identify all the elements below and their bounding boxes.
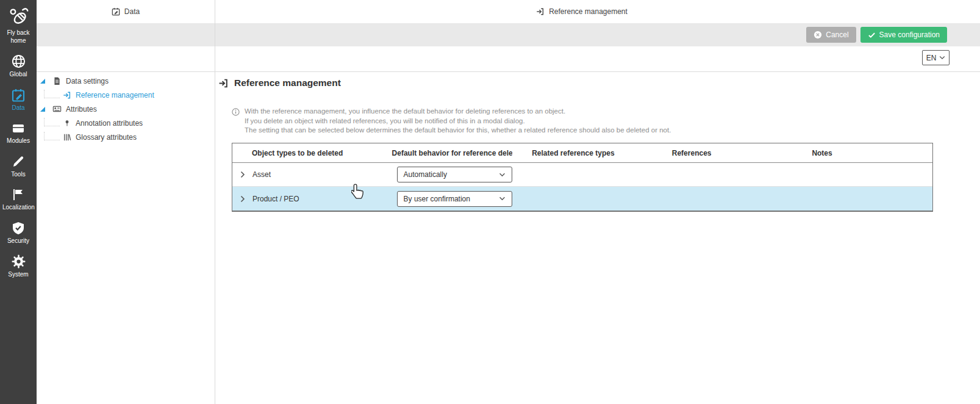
tree-item-label: Data settings: [66, 77, 109, 85]
tree-item-label: Annotation attributes: [76, 119, 143, 128]
sidebar-item-system[interactable]: System: [0, 254, 37, 279]
localization-flag-icon: [11, 187, 26, 202]
login-arrow-icon: [218, 78, 229, 88]
tree-connector: [44, 90, 60, 98]
language-selector[interactable]: EN: [922, 50, 950, 65]
tree-item-label: Attributes: [66, 105, 97, 114]
tree-item-glossary-attributes[interactable]: Glossary attributes: [40, 130, 214, 144]
security-shield-icon: [11, 221, 26, 236]
sidebar-item-label: Security: [2, 237, 34, 245]
tree-connector: [44, 118, 60, 126]
cancel-button[interactable]: Cancel: [806, 27, 856, 43]
info-block: With the reference management, you influ…: [232, 107, 980, 135]
header-divider: [37, 71, 980, 72]
sidebar-item-label: Data: [2, 104, 34, 112]
tree-item-reference-management[interactable]: Reference management: [40, 88, 214, 102]
modules-icon: [11, 121, 26, 135]
sidebar-item-security[interactable]: Security: [0, 221, 37, 245]
save-configuration-button[interactable]: Save configuration: [860, 27, 947, 43]
cancel-circle-x-icon: [814, 31, 822, 39]
cancel-button-label: Cancel: [826, 31, 848, 39]
sidebar-item-global[interactable]: Global: [0, 54, 37, 79]
page-title-row: Reference management: [218, 78, 980, 88]
system-gear-icon: [11, 254, 26, 269]
panel-divider: [215, 0, 215, 404]
tab-data[interactable]: Data: [37, 0, 215, 23]
tree-item-annotation-attributes[interactable]: Annotation attributes: [40, 116, 214, 130]
info-line: The setting that can be selected below d…: [245, 126, 671, 135]
chevron-down-icon: [939, 56, 945, 60]
login-arrow-icon: [536, 7, 545, 16]
attribute-card-icon: [52, 104, 62, 114]
save-button-label: Save configuration: [879, 31, 940, 39]
sidebar-item-label: Tools: [2, 171, 34, 179]
chevron-down-icon: [499, 197, 506, 201]
document-icon: [52, 76, 62, 85]
table-row-asset[interactable]: Asset Automatically: [232, 163, 932, 187]
column-header: Default behavior for reference dele...: [373, 149, 513, 157]
chevron-right-icon[interactable]: [240, 195, 245, 203]
info-icon: [232, 107, 240, 135]
behavior-select-value: By user confirmation: [404, 195, 470, 203]
sidebar-item-label: Localization: [2, 204, 34, 212]
column-header: Notes: [792, 149, 932, 157]
behavior-select[interactable]: By user confirmation: [397, 191, 513, 207]
expander-icon[interactable]: [40, 107, 45, 112]
tools-pencil-icon: [11, 154, 26, 169]
app-root: Fly back home Global Data: [0, 0, 980, 404]
sidebar-item-data[interactable]: Data: [0, 88, 37, 112]
tree-item-attributes[interactable]: Attributes: [40, 102, 214, 116]
sidebar-item-tools[interactable]: Tools: [0, 154, 37, 179]
data-calendar-icon: [11, 88, 26, 103]
tree-item-data-settings[interactable]: Data settings: [40, 74, 214, 88]
info-line: With the reference management, you influ…: [245, 107, 671, 117]
column-header: References: [653, 149, 793, 157]
tab-label: Data: [124, 7, 140, 16]
sidebar-item-label: System: [2, 271, 34, 279]
page-title: Reference management: [234, 78, 341, 88]
tab-label: Reference management: [549, 7, 628, 16]
check-icon: [868, 31, 876, 39]
table-header-row: Object types to be deleted Default behav…: [232, 143, 932, 163]
login-arrow-icon: [62, 91, 71, 99]
sidebar-item-modules[interactable]: Modules: [0, 121, 37, 145]
bee-icon: [7, 5, 29, 27]
tree-connector: [44, 132, 60, 140]
sidebar-item-label: Fly back home: [2, 29, 34, 45]
language-selected-value: EN: [926, 54, 937, 62]
action-toolbar: Cancel Save configuration: [37, 23, 980, 46]
main-sidebar: Fly back home Global Data: [0, 0, 37, 404]
tree-item-label: Glossary attributes: [76, 133, 137, 142]
calendar-pencil-icon: [112, 7, 120, 16]
table-row-product-peo[interactable]: Product / PEO By user confirmation: [232, 187, 932, 211]
chevron-down-icon: [499, 173, 506, 177]
object-type-label: Asset: [252, 170, 271, 179]
object-type-label: Product / PEO: [252, 195, 299, 203]
sidebar-item-fly-back-home[interactable]: Fly back home: [0, 5, 37, 45]
tab-reference-management[interactable]: Reference management: [215, 0, 949, 23]
main-content: Reference management With the reference …: [215, 71, 980, 404]
settings-tree: Data settings Reference management Attri…: [37, 74, 214, 144]
column-header: Related reference types: [512, 149, 653, 157]
tree-item-label: Reference management: [76, 91, 154, 99]
column-header: Object types to be deleted: [232, 149, 373, 157]
behavior-select-value: Automatically: [404, 170, 447, 179]
sidebar-item-label: Modules: [2, 137, 34, 145]
glossary-books-icon: [62, 133, 71, 142]
expander-icon[interactable]: [40, 79, 45, 84]
pin-icon: [62, 119, 71, 128]
info-line: If you delete an object with related ref…: [245, 117, 671, 126]
chevron-right-icon[interactable]: [240, 171, 245, 178]
reference-management-table: Object types to be deleted Default behav…: [232, 143, 933, 212]
sidebar-item-localization[interactable]: Localization: [0, 187, 37, 212]
sidebar-item-label: Global: [2, 71, 34, 79]
globe-icon: [11, 54, 26, 69]
behavior-select[interactable]: Automatically: [397, 167, 513, 182]
